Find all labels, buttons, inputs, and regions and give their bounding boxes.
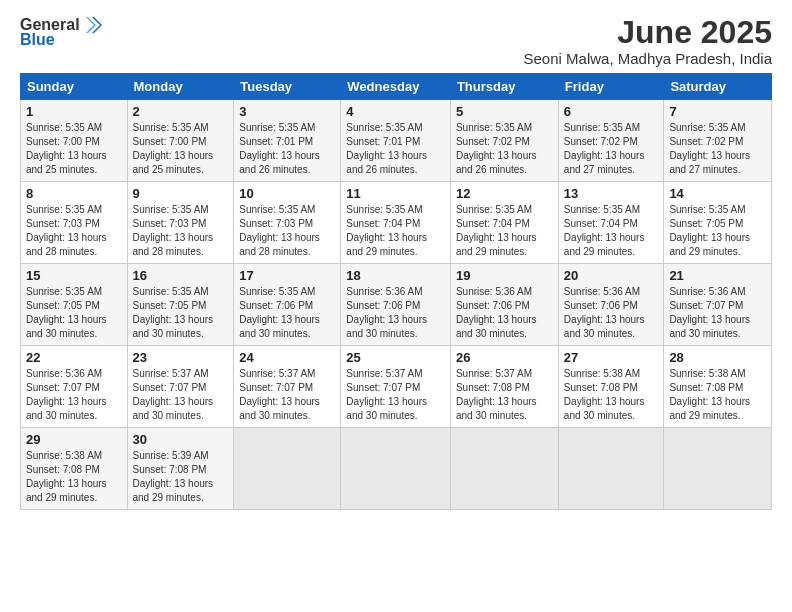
day-info: Sunrise: 5:35 AMSunset: 7:03 PMDaylight:… — [26, 203, 122, 259]
calendar-cell: 23Sunrise: 5:37 AMSunset: 7:07 PMDayligh… — [127, 346, 234, 428]
calendar-cell: 17Sunrise: 5:35 AMSunset: 7:06 PMDayligh… — [234, 264, 341, 346]
calendar-cell: 22Sunrise: 5:36 AMSunset: 7:07 PMDayligh… — [21, 346, 128, 428]
day-info: Sunrise: 5:35 AMSunset: 7:02 PMDaylight:… — [456, 121, 553, 177]
header: General Blue June 2025 Seoni Malwa, Madh… — [20, 15, 772, 67]
day-info: Sunrise: 5:35 AMSunset: 7:06 PMDaylight:… — [239, 285, 335, 341]
day-number: 3 — [239, 104, 335, 119]
day-info: Sunrise: 5:36 AMSunset: 7:07 PMDaylight:… — [26, 367, 122, 423]
day-number: 5 — [456, 104, 553, 119]
calendar-cell: 14Sunrise: 5:35 AMSunset: 7:05 PMDayligh… — [664, 182, 772, 264]
day-info: Sunrise: 5:35 AMSunset: 7:04 PMDaylight:… — [346, 203, 445, 259]
week-row-4: 22Sunrise: 5:36 AMSunset: 7:07 PMDayligh… — [21, 346, 772, 428]
calendar-cell — [341, 428, 451, 510]
day-number: 12 — [456, 186, 553, 201]
calendar-cell: 12Sunrise: 5:35 AMSunset: 7:04 PMDayligh… — [450, 182, 558, 264]
day-info: Sunrise: 5:36 AMSunset: 7:06 PMDaylight:… — [346, 285, 445, 341]
calendar-cell: 24Sunrise: 5:37 AMSunset: 7:07 PMDayligh… — [234, 346, 341, 428]
day-info: Sunrise: 5:36 AMSunset: 7:06 PMDaylight:… — [456, 285, 553, 341]
svg-marker-0 — [92, 17, 102, 33]
header-sunday: Sunday — [21, 74, 128, 100]
day-number: 24 — [239, 350, 335, 365]
logo-blue: Blue — [20, 31, 55, 49]
header-friday: Friday — [558, 74, 664, 100]
day-info: Sunrise: 5:35 AMSunset: 7:02 PMDaylight:… — [669, 121, 766, 177]
header-thursday: Thursday — [450, 74, 558, 100]
day-info: Sunrise: 5:37 AMSunset: 7:07 PMDaylight:… — [239, 367, 335, 423]
day-number: 6 — [564, 104, 659, 119]
day-info: Sunrise: 5:36 AMSunset: 7:07 PMDaylight:… — [669, 285, 766, 341]
day-info: Sunrise: 5:38 AMSunset: 7:08 PMDaylight:… — [26, 449, 122, 505]
calendar-cell — [450, 428, 558, 510]
header-wednesday: Wednesday — [341, 74, 451, 100]
day-number: 25 — [346, 350, 445, 365]
day-number: 27 — [564, 350, 659, 365]
calendar-cell: 3Sunrise: 5:35 AMSunset: 7:01 PMDaylight… — [234, 100, 341, 182]
day-info: Sunrise: 5:39 AMSunset: 7:08 PMDaylight:… — [133, 449, 229, 505]
day-number: 20 — [564, 268, 659, 283]
day-info: Sunrise: 5:35 AMSunset: 7:01 PMDaylight:… — [239, 121, 335, 177]
day-info: Sunrise: 5:35 AMSunset: 7:05 PMDaylight:… — [26, 285, 122, 341]
week-row-3: 15Sunrise: 5:35 AMSunset: 7:05 PMDayligh… — [21, 264, 772, 346]
day-number: 13 — [564, 186, 659, 201]
day-number: 16 — [133, 268, 229, 283]
day-number: 19 — [456, 268, 553, 283]
day-info: Sunrise: 5:36 AMSunset: 7:06 PMDaylight:… — [564, 285, 659, 341]
calendar-cell: 28Sunrise: 5:38 AMSunset: 7:08 PMDayligh… — [664, 346, 772, 428]
day-number: 15 — [26, 268, 122, 283]
calendar-cell: 18Sunrise: 5:36 AMSunset: 7:06 PMDayligh… — [341, 264, 451, 346]
day-info: Sunrise: 5:35 AMSunset: 7:05 PMDaylight:… — [133, 285, 229, 341]
calendar: SundayMondayTuesdayWednesdayThursdayFrid… — [20, 73, 772, 510]
day-number: 10 — [239, 186, 335, 201]
day-info: Sunrise: 5:35 AMSunset: 7:00 PMDaylight:… — [26, 121, 122, 177]
calendar-cell: 21Sunrise: 5:36 AMSunset: 7:07 PMDayligh… — [664, 264, 772, 346]
day-info: Sunrise: 5:38 AMSunset: 7:08 PMDaylight:… — [564, 367, 659, 423]
day-info: Sunrise: 5:38 AMSunset: 7:08 PMDaylight:… — [669, 367, 766, 423]
day-number: 18 — [346, 268, 445, 283]
month-title: June 2025 — [524, 15, 772, 50]
logo-icon — [82, 15, 102, 35]
day-number: 2 — [133, 104, 229, 119]
calendar-cell: 13Sunrise: 5:35 AMSunset: 7:04 PMDayligh… — [558, 182, 664, 264]
calendar-cell: 11Sunrise: 5:35 AMSunset: 7:04 PMDayligh… — [341, 182, 451, 264]
week-row-1: 1Sunrise: 5:35 AMSunset: 7:00 PMDaylight… — [21, 100, 772, 182]
day-number: 7 — [669, 104, 766, 119]
day-number: 11 — [346, 186, 445, 201]
week-row-5: 29Sunrise: 5:38 AMSunset: 7:08 PMDayligh… — [21, 428, 772, 510]
calendar-cell: 27Sunrise: 5:38 AMSunset: 7:08 PMDayligh… — [558, 346, 664, 428]
calendar-cell: 7Sunrise: 5:35 AMSunset: 7:02 PMDaylight… — [664, 100, 772, 182]
day-info: Sunrise: 5:35 AMSunset: 7:02 PMDaylight:… — [564, 121, 659, 177]
calendar-cell: 29Sunrise: 5:38 AMSunset: 7:08 PMDayligh… — [21, 428, 128, 510]
day-number: 17 — [239, 268, 335, 283]
header-tuesday: Tuesday — [234, 74, 341, 100]
day-number: 14 — [669, 186, 766, 201]
header-saturday: Saturday — [664, 74, 772, 100]
day-info: Sunrise: 5:35 AMSunset: 7:04 PMDaylight:… — [456, 203, 553, 259]
day-info: Sunrise: 5:37 AMSunset: 7:07 PMDaylight:… — [133, 367, 229, 423]
day-number: 4 — [346, 104, 445, 119]
day-number: 28 — [669, 350, 766, 365]
day-number: 23 — [133, 350, 229, 365]
logo: General Blue — [20, 15, 102, 49]
day-info: Sunrise: 5:35 AMSunset: 7:05 PMDaylight:… — [669, 203, 766, 259]
day-info: Sunrise: 5:35 AMSunset: 7:03 PMDaylight:… — [239, 203, 335, 259]
calendar-cell — [234, 428, 341, 510]
location-title: Seoni Malwa, Madhya Pradesh, India — [524, 50, 772, 67]
page: General Blue June 2025 Seoni Malwa, Madh… — [0, 0, 792, 612]
header-monday: Monday — [127, 74, 234, 100]
week-row-2: 8Sunrise: 5:35 AMSunset: 7:03 PMDaylight… — [21, 182, 772, 264]
day-info: Sunrise: 5:37 AMSunset: 7:07 PMDaylight:… — [346, 367, 445, 423]
calendar-cell: 4Sunrise: 5:35 AMSunset: 7:01 PMDaylight… — [341, 100, 451, 182]
calendar-cell: 8Sunrise: 5:35 AMSunset: 7:03 PMDaylight… — [21, 182, 128, 264]
day-number: 22 — [26, 350, 122, 365]
day-number: 26 — [456, 350, 553, 365]
day-info: Sunrise: 5:35 AMSunset: 7:04 PMDaylight:… — [564, 203, 659, 259]
day-info: Sunrise: 5:35 AMSunset: 7:01 PMDaylight:… — [346, 121, 445, 177]
day-number: 21 — [669, 268, 766, 283]
calendar-cell: 25Sunrise: 5:37 AMSunset: 7:07 PMDayligh… — [341, 346, 451, 428]
title-block: June 2025 Seoni Malwa, Madhya Pradesh, I… — [524, 15, 772, 67]
day-number: 29 — [26, 432, 122, 447]
calendar-cell: 10Sunrise: 5:35 AMSunset: 7:03 PMDayligh… — [234, 182, 341, 264]
calendar-cell: 15Sunrise: 5:35 AMSunset: 7:05 PMDayligh… — [21, 264, 128, 346]
calendar-cell: 9Sunrise: 5:35 AMSunset: 7:03 PMDaylight… — [127, 182, 234, 264]
day-number: 9 — [133, 186, 229, 201]
